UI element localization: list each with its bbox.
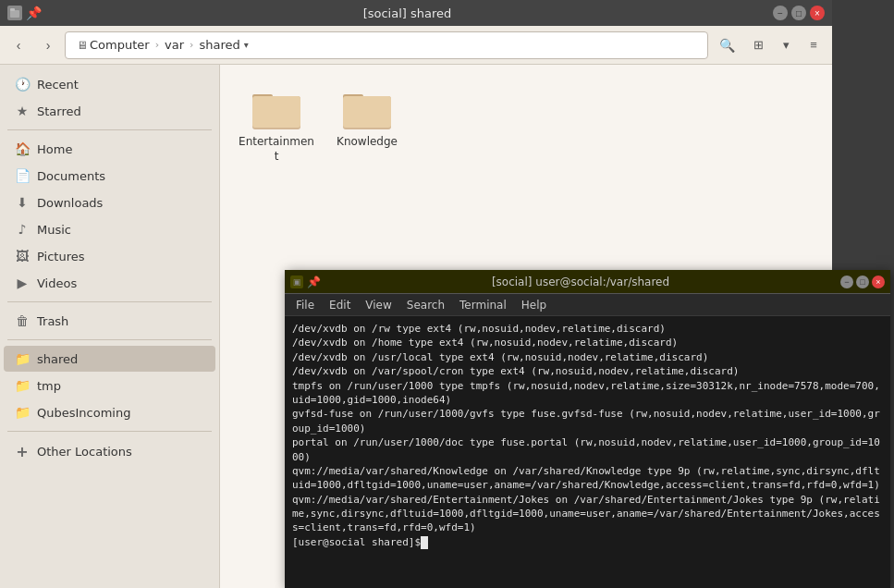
folder-entertainment[interactable]: Entertainment xyxy=(235,80,318,171)
close-button[interactable]: × xyxy=(810,6,825,20)
breadcrumb-shared-label: shared xyxy=(199,38,239,52)
sidebar-item-starred-label: Starred xyxy=(37,104,81,118)
other-locations-icon: + xyxy=(15,443,30,460)
sidebar-separator-3 xyxy=(7,339,212,340)
sidebar-item-tmp[interactable]: 📁 tmp xyxy=(4,373,215,398)
svg-rect-1 xyxy=(10,8,15,11)
folder-knowledge[interactable]: Knowledge xyxy=(325,80,409,171)
terminal-pin-icon[interactable]: 📌 xyxy=(307,276,321,288)
sidebar: 🕐 Recent ★ Starred 🏠 Home 📄 Documents ⬇ … xyxy=(0,65,220,588)
videos-icon: ▶ xyxy=(15,276,30,290)
terminal-line-9: qvm://media/var/shared/Entertainment/Jok… xyxy=(292,493,883,535)
title-bar-pin-icon[interactable]: 📌 xyxy=(26,6,42,20)
sidebar-item-videos-label: Videos xyxy=(37,276,77,290)
terminal-cursor xyxy=(421,536,428,549)
back-button[interactable]: ‹ xyxy=(6,32,31,58)
sidebar-item-qubesincoming[interactable]: 📁 QubesIncoming xyxy=(4,399,215,425)
sidebar-item-home[interactable]: 🏠 Home xyxy=(4,136,215,162)
terminal-content[interactable]: /dev/xvdb on /rw type ext4 (rw,nosuid,no… xyxy=(285,316,890,588)
sidebar-item-starred[interactable]: ★ Starred xyxy=(4,98,215,124)
terminal-window: ▣ 📌 [social] user@social:/var/shared − □… xyxy=(285,270,890,588)
minimize-button[interactable]: − xyxy=(773,6,788,20)
starred-icon: ★ xyxy=(15,104,30,118)
terminal-controls: − □ × xyxy=(840,276,885,288)
recent-icon: 🕐 xyxy=(15,77,30,92)
terminal-prompt: [user@social shared]$ xyxy=(292,535,421,549)
file-manager-title: [social] shared xyxy=(42,6,773,20)
maximize-button[interactable]: □ xyxy=(791,6,806,20)
file-manager-title-bar: 📌 [social] shared − □ × xyxy=(0,0,832,26)
sidebar-item-other-locations[interactable]: + Other Locations xyxy=(4,437,215,466)
view-buttons: ⊞ ▾ ≡ xyxy=(745,32,827,58)
sidebar-item-qubesincoming-label: QubesIncoming xyxy=(37,406,130,420)
terminal-menu-terminal[interactable]: Terminal xyxy=(452,294,514,316)
terminal-menu-view[interactable]: View xyxy=(358,294,398,316)
terminal-prompt-line: [user@social shared]$ xyxy=(292,535,883,549)
folder-entertainment-icon xyxy=(251,87,302,131)
breadcrumb-shared[interactable]: shared ▾ xyxy=(195,36,251,54)
search-icon: 🔍 xyxy=(719,38,735,53)
sidebar-item-documents-label: Documents xyxy=(37,169,105,183)
file-manager-app-icon xyxy=(7,6,22,20)
breadcrumb-bar: 🖥 Computer › var › shared ▾ xyxy=(65,31,708,59)
sidebar-item-shared-label: shared xyxy=(37,352,78,366)
svg-rect-4 xyxy=(252,96,300,128)
music-icon: ♪ xyxy=(15,222,30,237)
sidebar-item-music[interactable]: ♪ Music xyxy=(4,216,215,242)
sidebar-item-videos[interactable]: ▶ Videos xyxy=(4,270,215,296)
toolbar: ‹ › 🖥 Computer › var › shared ▾ 🔍 ⊞ xyxy=(0,26,832,65)
breadcrumb-var[interactable]: var xyxy=(161,36,188,54)
sidebar-item-home-label: Home xyxy=(37,142,72,156)
search-button[interactable]: 🔍 xyxy=(712,31,741,59)
sidebar-item-other-locations-label: Other Locations xyxy=(37,445,132,459)
terminal-line-2: /dev/xvdb on /home type ext4 (rw,nosuid,… xyxy=(292,336,883,349)
sidebar-separator-4 xyxy=(7,431,212,432)
terminal-minimize-button[interactable]: − xyxy=(840,276,853,288)
sidebar-item-music-label: Music xyxy=(37,223,71,237)
sidebar-item-shared[interactable]: 📁 shared xyxy=(4,346,215,372)
terminal-app-icon: ▣ xyxy=(290,276,303,288)
chevron-down-icon: ▾ xyxy=(783,38,790,52)
sidebar-item-recent[interactable]: 🕐 Recent xyxy=(4,71,215,97)
sidebar-separator-2 xyxy=(7,301,212,302)
menu-icon: ≡ xyxy=(810,38,817,52)
terminal-line-4: /dev/xvdb on /var/spool/cron type ext4 (… xyxy=(292,364,883,378)
home-icon: 🏠 xyxy=(15,141,30,156)
terminal-line-8: qvm://media/var/shared/Knowledge on /var… xyxy=(292,464,883,493)
terminal-line-6: gvfsd-fuse on /run/user/1000/gvfs type f… xyxy=(292,407,883,435)
terminal-line-3: /dev/xvdb on /usr/local type ext4 (rw,no… xyxy=(292,350,883,364)
sidebar-item-recent-label: Recent xyxy=(37,78,79,92)
forward-button[interactable]: › xyxy=(35,32,61,58)
terminal-line-1: /dev/xvdb on /rw type ext4 (rw,nosuid,no… xyxy=(292,322,883,336)
terminal-menu-help[interactable]: Help xyxy=(514,294,554,316)
svg-rect-0 xyxy=(10,10,19,18)
terminal-line-7: portal on /run/user/1000/doc type fuse.p… xyxy=(292,435,883,464)
grid-view-button[interactable]: ⊞ xyxy=(745,32,771,58)
terminal-title: [social] user@social:/var/shared xyxy=(321,276,840,288)
grid-icon: ⊞ xyxy=(753,38,764,52)
terminal-menu-bar: File Edit View Search Terminal Help xyxy=(285,294,890,316)
sidebar-item-downloads[interactable]: ⬇ Downloads xyxy=(4,190,215,215)
terminal-maximize-button[interactable]: □ xyxy=(856,276,869,288)
terminal-menu-search[interactable]: Search xyxy=(399,294,452,316)
terminal-menu-file[interactable]: File xyxy=(288,294,322,316)
qubesincoming-folder-icon: 📁 xyxy=(15,405,30,420)
terminal-close-button[interactable]: × xyxy=(872,276,885,288)
sidebar-item-documents[interactable]: 📄 Documents xyxy=(4,163,215,189)
trash-icon: 🗑 xyxy=(15,313,30,328)
terminal-menu-edit[interactable]: Edit xyxy=(322,294,358,316)
svg-rect-7 xyxy=(343,96,391,128)
sidebar-item-pictures[interactable]: 🖼 Pictures xyxy=(4,243,215,269)
breadcrumb-computer[interactable]: 🖥 Computer xyxy=(73,36,153,54)
menu-view-button[interactable]: ≡ xyxy=(801,32,827,58)
folder-knowledge-label: Knowledge xyxy=(337,135,398,150)
view-dropdown-button[interactable]: ▾ xyxy=(773,32,799,58)
tmp-folder-icon: 📁 xyxy=(15,378,30,393)
folder-entertainment-label: Entertainment xyxy=(238,135,316,164)
breadcrumb-sep-1: › xyxy=(155,39,159,51)
terminal-title-bar: ▣ 📌 [social] user@social:/var/shared − □… xyxy=(285,270,890,294)
breadcrumb-computer-label: Computer xyxy=(90,38,150,52)
title-bar-controls: − □ × xyxy=(773,6,825,20)
computer-icon: 🖥 xyxy=(77,39,88,52)
sidebar-item-trash[interactable]: 🗑 Trash xyxy=(4,308,215,334)
